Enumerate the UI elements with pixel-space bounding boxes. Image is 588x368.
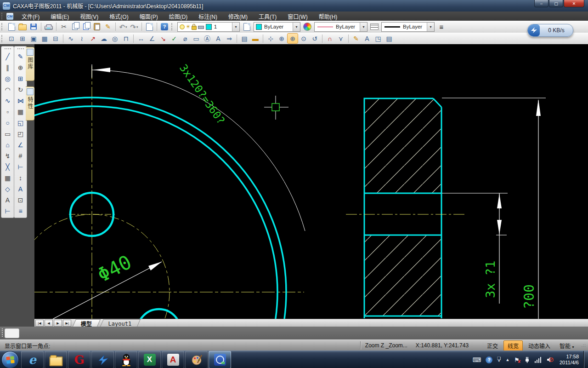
zoom-window-button[interactable]: ⊕: [288, 34, 298, 43]
menu-draw[interactable]: 绘图(D): [164, 12, 193, 21]
text-tool[interactable]: A: [2, 195, 13, 206]
taskbar-app-g[interactable]: G: [68, 351, 90, 368]
erase-tool[interactable]: ✎: [15, 51, 26, 62]
move-tool[interactable]: ⊕: [15, 62, 26, 73]
action-center-icon[interactable]: ⚑✘: [514, 356, 520, 363]
circle-tool[interactable]: ◎: [2, 73, 13, 84]
ortho-toggle[interactable]: 正交: [483, 341, 502, 351]
palette-grip[interactable]: [17, 48, 24, 49]
properties-tool[interactable]: ≡: [15, 206, 26, 217]
spline-tool[interactable]: ∿: [2, 95, 13, 106]
volume-muted-icon[interactable]: [547, 356, 554, 363]
copy-with-basepoint-button[interactable]: [81, 22, 91, 32]
edit-text-tool[interactable]: A: [15, 184, 26, 195]
leader-button[interactable]: ↘: [158, 34, 168, 43]
centerline-tool[interactable]: ╳: [2, 161, 13, 172]
color-combo[interactable]: ByLayer ▾: [254, 22, 300, 32]
table-button[interactable]: ▦: [40, 34, 50, 43]
taskbar-autocad[interactable]: A: [162, 351, 184, 368]
menu-format[interactable]: 格式(O): [104, 12, 134, 21]
new-view-button[interactable]: ▤: [239, 34, 249, 43]
line-tool[interactable]: ╱: [2, 51, 13, 62]
dimension-tool[interactable]: ⊢: [2, 206, 13, 217]
polygon-tool[interactable]: ⌂: [2, 139, 13, 150]
show-hidden-icons[interactable]: ▲: [505, 357, 509, 362]
arrow-button[interactable]: ↗: [88, 34, 98, 43]
angle-dim-button[interactable]: ∠: [147, 34, 157, 43]
color-picker-button[interactable]: [302, 22, 312, 32]
smart-snap-toggle[interactable]: 智能 ▾: [556, 341, 577, 351]
bore-dim-arrow-down[interactable]: [497, 220, 502, 235]
thunder-speed-widget[interactable]: 0 KB/s: [527, 24, 573, 37]
palette-grip[interactable]: [5, 48, 11, 49]
mirror-tool[interactable]: ⋈: [15, 95, 26, 106]
maximize-button[interactable]: ▢: [549, 0, 563, 7]
taskbar-paint[interactable]: [185, 351, 208, 368]
taskbar-explorer[interactable]: [45, 351, 67, 368]
rectangle-tool[interactable]: ▭: [2, 128, 13, 139]
arc-tool[interactable]: ◠: [2, 84, 13, 95]
menu-dimension[interactable]: 标注(N): [193, 12, 223, 21]
rotate-tool[interactable]: ↻: [15, 84, 26, 95]
menu-edit[interactable]: 编辑(E): [45, 12, 74, 21]
text-annotation-button[interactable]: A: [213, 34, 223, 43]
tab-nav-next-button[interactable]: ▶: [54, 320, 62, 327]
magnet-button[interactable]: ∩: [325, 34, 335, 43]
align-annotation-button[interactable]: ⇒: [224, 34, 234, 43]
roughness-button[interactable]: ◎: [110, 34, 120, 43]
linetype-combo[interactable]: ByLayer ▾: [314, 22, 368, 32]
zoom-previous-button[interactable]: ↺: [310, 34, 320, 43]
dynamic-input-toggle[interactable]: 动态输入: [525, 341, 554, 351]
hatch-tool[interactable]: ▦: [2, 172, 13, 184]
cad-drawing[interactable]: 3x120?=360? Φ40 3x ?1 ?00: [34, 44, 588, 319]
network-signal-icon[interactable]: [535, 357, 542, 363]
diameter-dimension-text[interactable]: Φ40: [94, 251, 135, 287]
menu-view[interactable]: 视图(V): [74, 12, 104, 21]
tray-clock[interactable]: 17:58 2011/4/6: [560, 354, 579, 366]
close-button[interactable]: ✕: [564, 0, 584, 7]
curve-tool[interactable]: ↯: [2, 150, 13, 161]
command-strip-grip[interactable]: [2, 328, 3, 337]
taskbar-internet-explorer[interactable]: e: [21, 351, 44, 368]
angle-dimension-text[interactable]: 3x120?=360?: [177, 62, 227, 126]
block-tool[interactable]: ⊡: [15, 195, 26, 206]
restore-window-icon[interactable]: ❏▾: [497, 357, 501, 362]
toolbar-grip[interactable]: [1, 23, 5, 30]
document-icon[interactable]: CM: [6, 13, 13, 20]
check-dim-button[interactable]: ✓: [169, 34, 179, 43]
layout1-tab[interactable]: Layout1: [100, 319, 141, 328]
param-table-button[interactable]: ⊟: [51, 34, 61, 43]
section-hatch-lower[interactable]: [365, 236, 441, 316]
bolt-hole-lower-right[interactable]: [137, 309, 181, 319]
copy-button[interactable]: [70, 22, 80, 32]
taskbar-caxa[interactable]: M: [209, 351, 231, 368]
new-button[interactable]: [6, 22, 17, 32]
zigzag-line-button[interactable]: ≀: [77, 34, 87, 43]
property-editor-button[interactable]: ▤: [384, 34, 394, 43]
stretch-tool[interactable]: ◰: [15, 128, 26, 139]
copy-tool[interactable]: ⊞: [15, 73, 26, 84]
menu-tools[interactable]: 工具(T): [253, 12, 282, 21]
bore-dimension-text[interactable]: 3x ?1: [483, 261, 498, 298]
taskbar-excel[interactable]: X: [138, 351, 161, 368]
grid-tool[interactable]: #: [15, 150, 26, 161]
ime-keyboard-icon[interactable]: ⌨: [473, 356, 481, 363]
linetype-manager-button[interactable]: [369, 22, 379, 32]
tag-button[interactable]: ◳: [373, 34, 383, 43]
height-dimension-text[interactable]: ?00: [521, 284, 537, 309]
frame-fill-button[interactable]: ⊞: [17, 34, 28, 43]
menu-sheet[interactable]: 幅面(P): [134, 12, 164, 21]
array-tool[interactable]: ▦: [15, 106, 26, 117]
revision-cloud-button[interactable]: ☁: [99, 34, 109, 43]
pinyin-help-icon[interactable]: ?: [486, 356, 492, 363]
trim-tool[interactable]: ⊢: [15, 161, 26, 172]
tab-nav-prev-button[interactable]: ◀: [45, 320, 53, 327]
diameter-dim-arrow[interactable]: [148, 262, 162, 270]
layer-properties-button[interactable]: [242, 22, 252, 32]
tab-nav-first-button[interactable]: |◀: [35, 320, 44, 327]
wavy-line-button[interactable]: ∿: [66, 34, 76, 43]
menu-help[interactable]: 帮助(H): [313, 12, 343, 21]
taskbar-qq[interactable]: [115, 351, 137, 368]
layer-combo[interactable]: ☀ 1 ▾: [177, 22, 240, 32]
save-button[interactable]: [28, 22, 39, 32]
